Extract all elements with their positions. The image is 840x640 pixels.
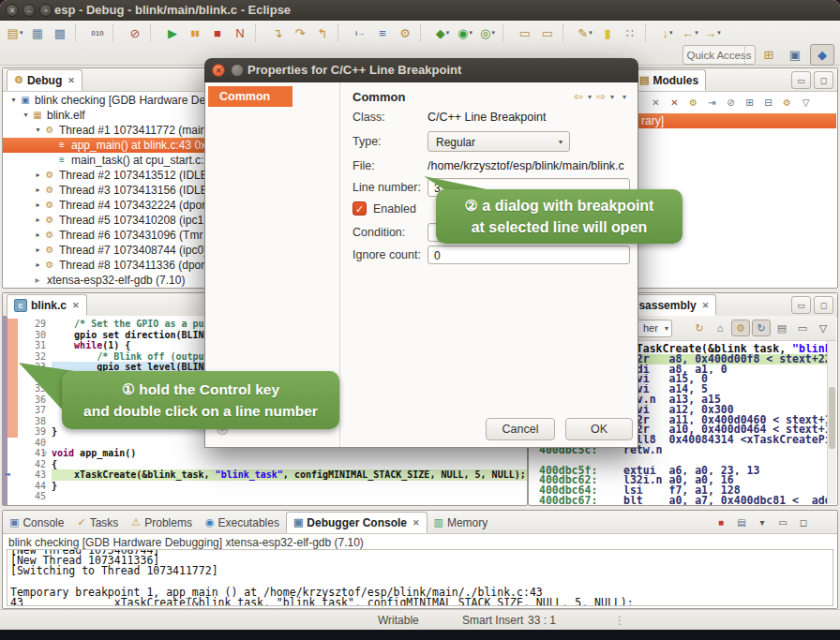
deselect-icon[interactable]: ⊘ xyxy=(722,95,740,110)
disassembly-line[interactable]: 400dbc67: blt a0, a7, 0x400dbc81 <__addd… xyxy=(539,496,827,505)
line-number[interactable]: 39 xyxy=(18,426,52,438)
ignore-count-input[interactable]: 0 xyxy=(428,246,630,264)
maximize-icon[interactable]: ◻ xyxy=(814,296,833,314)
open-resource-icon[interactable]: ▭ xyxy=(536,23,559,42)
line-number[interactable]: 44 xyxy=(18,481,52,492)
code-line[interactable]: 43 xTaskCreate(&blink_task, "blink_task"… xyxy=(18,469,527,481)
type-select[interactable]: Regular ▾ xyxy=(428,131,570,152)
chevron-down-icon[interactable]: ▾ xyxy=(669,29,673,37)
chevron-down-icon[interactable]: ▾ xyxy=(589,29,592,37)
line-number[interactable]: 45 xyxy=(18,491,52,502)
view-menu-icon[interactable]: ▾ xyxy=(622,93,626,101)
forward-arrow-icon[interactable]: ⇨ xyxy=(596,90,606,103)
open-perspective-icon[interactable]: ⊞ xyxy=(758,45,780,65)
chevron-down-icon[interactable]: ▾ xyxy=(717,29,721,37)
enabled-checkbox[interactable]: ✓ xyxy=(352,201,367,216)
dialog-minimize-button[interactable] xyxy=(231,64,244,77)
load-symbols-icon[interactable]: ⚙ xyxy=(684,95,702,110)
expander-icon[interactable]: ▸ xyxy=(33,213,43,228)
cancel-button[interactable]: Cancel xyxy=(486,418,555,440)
expander-icon[interactable]: ▾ xyxy=(8,93,19,108)
search-icon[interactable]: ✎▾ xyxy=(574,23,596,42)
open-new-view-icon[interactable]: ▤ xyxy=(772,320,791,336)
expander-icon[interactable]: ▸ xyxy=(33,198,43,213)
build-binary-icon[interactable]: 010 xyxy=(86,23,109,42)
code-line[interactable]: 42{ xyxy=(18,459,527,470)
close-icon[interactable]: ✕ xyxy=(68,76,75,85)
tab-debugger-console[interactable]: ▣Debugger Console✕ xyxy=(286,512,428,533)
expander-icon[interactable]: ▾ xyxy=(33,123,43,138)
forward-icon[interactable]: →▾ xyxy=(701,23,724,42)
scrollbar[interactable] xyxy=(827,341,836,504)
line-number[interactable]: 34 xyxy=(18,373,52,384)
skip-all-breakpoints-icon[interactable]: ⊘ xyxy=(124,23,146,42)
cpp-perspective-icon[interactable]: ▣ xyxy=(784,45,806,65)
expand-all-icon[interactable]: ⊞ xyxy=(741,95,758,110)
mark-occurrences-icon[interactable]: ▮ xyxy=(596,23,619,42)
line-number[interactable]: 40 xyxy=(18,438,52,449)
minimize-icon[interactable]: ▭ xyxy=(791,71,811,89)
expander-icon[interactable]: ▸ xyxy=(33,168,43,183)
ok-button[interactable]: OK xyxy=(565,418,633,440)
chevron-down-icon[interactable]: ▾ xyxy=(446,29,450,37)
back-icon[interactable]: ←▾ xyxy=(679,23,701,42)
expander-icon[interactable]: ▸ xyxy=(33,243,43,258)
debug-launch-icon[interactable]: ◆▾ xyxy=(431,23,454,42)
code-line[interactable]: 44} xyxy=(18,481,527,492)
step-into-icon[interactable]: ↴ xyxy=(266,23,289,42)
disassembly-line[interactable] xyxy=(539,455,827,466)
step-filters-icon[interactable]: ⚙ xyxy=(394,23,416,42)
line-number[interactable]: 29 xyxy=(18,319,52,330)
window-maximize-button[interactable]: + xyxy=(39,4,52,17)
chevron-down-icon[interactable]: ▾ xyxy=(20,29,23,37)
line-number[interactable]: 30 xyxy=(18,330,52,341)
expander-icon[interactable]: ▸ xyxy=(33,258,43,273)
code-line[interactable]: 41void app_main()⊖ xyxy=(18,448,527,459)
display-selected-console-icon[interactable]: ▤ xyxy=(732,514,751,530)
tab-modules[interactable]: ▤ Modules xyxy=(632,69,706,91)
line-number[interactable]: 32 xyxy=(18,351,52,363)
line-number[interactable]: 33 xyxy=(18,362,52,373)
instruction-stepping-mode-icon[interactable]: ≡ xyxy=(371,23,394,42)
line-number[interactable]: 43 xyxy=(18,469,52,481)
window-minimize-button[interactable]: – xyxy=(22,4,36,17)
maximize-view-icon[interactable]: ◻ xyxy=(794,514,813,530)
save-all-icon[interactable]: ▩ xyxy=(49,23,71,42)
close-icon[interactable]: ✕ xyxy=(702,301,710,310)
tab-tasks[interactable]: ✓Tasks xyxy=(70,512,125,533)
dialog-sidebar-item-common[interactable]: Common xyxy=(208,86,292,107)
load-all-symbols-icon[interactable]: ⚙ xyxy=(778,95,796,110)
open-element-icon[interactable]: ▭ xyxy=(514,23,536,42)
close-icon[interactable]: ✕ xyxy=(412,518,420,528)
chevron-down-icon[interactable]: ▾ xyxy=(491,29,495,37)
sync-pc-icon[interactable]: ↻ xyxy=(752,320,771,336)
terminate-icon[interactable]: ■ xyxy=(206,23,229,42)
tab-debug[interactable]: ⚙ Debug ✕ xyxy=(7,69,82,91)
maximize-icon[interactable]: ◻ xyxy=(814,71,833,89)
external-tools-icon[interactable]: ◎▾ xyxy=(476,23,499,42)
line-number[interactable]: 31 xyxy=(18,340,52,351)
collapse-all-icon[interactable]: ⊟ xyxy=(759,95,777,110)
pin-icon[interactable]: ▭ xyxy=(793,320,812,336)
chevron-down-icon[interactable]: ▾ xyxy=(665,320,668,336)
tab-memory[interactable]: ▥Memory xyxy=(428,512,495,533)
chevron-down-icon[interactable]: ▾ xyxy=(588,93,592,101)
remove-all-modules-icon[interactable]: ✕ xyxy=(666,95,683,110)
fold-marker-icon[interactable]: ⊖ xyxy=(42,448,47,459)
tab-problems[interactable]: ⚠Problems xyxy=(125,512,199,533)
expander-icon[interactable]: ▸ xyxy=(33,228,43,243)
remove-module-icon[interactable]: ✕ xyxy=(647,95,665,110)
disassembly-line[interactable]: 400dbc64: lsi f7, a1, 128 xyxy=(539,485,827,496)
run-launch-icon[interactable]: ◉▾ xyxy=(454,23,476,42)
close-icon[interactable]: ✕ xyxy=(72,301,80,310)
show-source-icon[interactable]: ⚙ xyxy=(731,320,750,336)
new-icon[interactable]: ▤▾ xyxy=(4,23,26,42)
expander-icon[interactable]: ▾ xyxy=(21,108,31,123)
suspend-icon[interactable]: ▮▮ xyxy=(184,23,206,42)
line-number[interactable]: 36 xyxy=(18,394,52,406)
home-icon[interactable]: ⌂ xyxy=(711,320,729,336)
terminate-console-icon[interactable]: ■ xyxy=(712,514,730,530)
go-to-file-icon[interactable]: ⇥ xyxy=(703,95,721,110)
chevron-down-icon[interactable]: ▾ xyxy=(610,93,614,101)
minimize-icon[interactable]: ▭ xyxy=(791,296,811,314)
